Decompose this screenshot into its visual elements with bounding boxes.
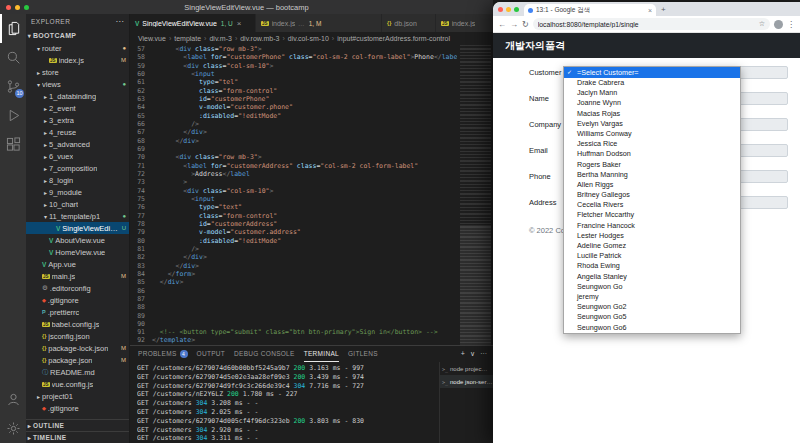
- code-line[interactable]: 84 </form>: [130, 270, 457, 278]
- breadcrumb-item[interactable]: View.vue: [138, 35, 166, 42]
- tree-item-7-composition[interactable]: ▸7_composition: [26, 162, 129, 174]
- code-line[interactable]: 87: [130, 295, 457, 303]
- code-line[interactable]: 83 </div>: [130, 262, 457, 270]
- code-line[interactable]: 86: [130, 287, 457, 295]
- dropdown-option[interactable]: Macias Rojas: [564, 109, 740, 119]
- code-line[interactable]: 91 <!-- <button type="submit" class="btn…: [130, 328, 457, 336]
- new-terminal-icon[interactable]: +: [461, 350, 465, 358]
- breadcrumb-item[interactable]: div.col-sm-10: [288, 35, 329, 42]
- code-line[interactable]: 82 </div>: [130, 253, 457, 261]
- dropdown-option[interactable]: Evelyn Vargas: [564, 119, 740, 129]
- dropdown-option[interactable]: Seungwon Go6: [564, 323, 740, 333]
- code-line[interactable]: 59 <div class="col-sm-10">: [130, 62, 457, 70]
- minimap[interactable]: [460, 45, 491, 345]
- tab-db-json[interactable]: {}db.json: [382, 14, 436, 32]
- dropdown-option[interactable]: Cecelia Rivers: [564, 200, 740, 210]
- code-line[interactable]: 62 class="form-control": [130, 87, 457, 95]
- tab-index-js[interactable]: JSindex.js: [436, 14, 493, 32]
- panel-tab-problems[interactable]: PROBLEMS4: [138, 346, 188, 362]
- tree-item-gitignore[interactable]: ◆.gitignore: [26, 294, 129, 306]
- dropdown-option[interactable]: Seungwon Go2: [564, 302, 740, 312]
- code-line[interactable]: 79 v-model="customer.address": [130, 228, 457, 236]
- tree-item-editorconfig[interactable]: ⚙.editorconfig: [26, 282, 129, 294]
- tree-item-9-module[interactable]: ▸9_module: [26, 186, 129, 198]
- close-window-button[interactable]: [6, 5, 11, 10]
- close-window-button[interactable]: [498, 7, 503, 12]
- dropdown-option[interactable]: Lester Hodges: [564, 231, 740, 241]
- dropdown-option[interactable]: Seungwon Go: [564, 282, 740, 292]
- tree-item-8-login[interactable]: ▸8_login: [26, 174, 129, 186]
- dropdown-option[interactable]: jeremy: [564, 292, 740, 302]
- settings-icon[interactable]: [0, 414, 26, 443]
- bookmark-star-icon[interactable]: ☆: [759, 20, 765, 28]
- code-line[interactable]: 67 </div>: [130, 128, 457, 136]
- breadcrumb-item[interactable]: input#customerAddress.form-control: [337, 35, 450, 42]
- tree-item-project01[interactable]: ▸project01: [26, 390, 129, 402]
- dropdown-option[interactable]: Seungwon Go5: [564, 312, 740, 322]
- code-line[interactable]: 72 >Address</label: [130, 170, 457, 178]
- tree-item-index-js[interactable]: JSindex.jsM: [26, 54, 129, 66]
- code-line[interactable]: 61 type="tel": [130, 78, 457, 86]
- run-debug-icon[interactable]: [0, 101, 26, 130]
- code-line[interactable]: 66 />: [130, 120, 457, 128]
- tree-item-package-lock-json[interactable]: {}package-lock.jsonM: [26, 342, 129, 354]
- zoom-window-button[interactable]: [514, 7, 519, 12]
- more-actions-icon[interactable]: ⋯: [480, 350, 487, 358]
- code-line[interactable]: 89: [130, 312, 457, 320]
- tree-item-gitignore[interactable]: ◆.gitignore: [26, 402, 129, 414]
- minimize-window-button[interactable]: [15, 5, 20, 10]
- dropdown-option[interactable]: Allen Riggs: [564, 180, 740, 190]
- workspace-section-header[interactable]: ▾ BOOTCAMP: [26, 29, 129, 42]
- tree-item-babel-config-js[interactable]: JSbabel.config.js: [26, 318, 129, 330]
- panel-tab-debug-console[interactable]: DEBUG CONSOLE: [234, 346, 295, 362]
- tree-item-store[interactable]: ▸store: [26, 66, 129, 78]
- browser-menu-icon[interactable]: ⋮: [787, 20, 795, 29]
- profile-avatar[interactable]: [774, 20, 783, 29]
- terminal-instance[interactable]: >_node projec…: [440, 362, 493, 375]
- zoom-window-button[interactable]: [24, 5, 29, 10]
- code-line[interactable]: 70 <div class="row mb-3">: [130, 153, 457, 161]
- dropdown-option[interactable]: Jaclyn Mann: [564, 88, 740, 98]
- tree-item-1-databinding[interactable]: ▸1_databinding: [26, 90, 129, 102]
- terminal-instance[interactable]: >_node json-ser…: [440, 375, 493, 388]
- address-bar[interactable]: localhost:8080/template/p1/single ☆: [533, 18, 770, 30]
- tree-item-main-js[interactable]: JSmain.jsM: [26, 270, 129, 282]
- tab-index-js[interactable]: JSindex.js…1, M: [256, 14, 382, 32]
- code-line[interactable]: 81 />: [130, 245, 457, 253]
- code-line[interactable]: 71 <label for="customerAddress" class="c…: [130, 162, 457, 170]
- code-line[interactable]: 57 <div class="row mb-3">: [130, 45, 457, 53]
- dropdown-option[interactable]: Rhoda Ewing: [564, 261, 740, 271]
- tree-item-views[interactable]: ▾views●: [26, 78, 129, 90]
- code-line[interactable]: 68 </div>: [130, 137, 457, 145]
- tree-item-package-json[interactable]: {}package.jsonM: [26, 354, 129, 366]
- breadcrumb-item[interactable]: div.row.mb-3: [240, 35, 279, 42]
- tree-item-readme-md[interactable]: ⓘREADME.md: [26, 366, 129, 378]
- tree-item-4-reuse[interactable]: ▸4_reuse: [26, 126, 129, 138]
- search-icon[interactable]: [0, 43, 26, 72]
- code-line[interactable]: 73 >: [130, 178, 457, 186]
- tree-item-homeview-vue[interactable]: VHomeView.vue: [26, 246, 129, 258]
- tree-item-3-extra[interactable]: ▸3_extra: [26, 114, 129, 126]
- code-line[interactable]: 80 :disabled="!editMode": [130, 237, 457, 245]
- dropdown-option[interactable]: Francine Hancock: [564, 221, 740, 231]
- code-line[interactable]: 78 id="customerAddress": [130, 220, 457, 228]
- close-icon[interactable]: ×: [237, 19, 242, 28]
- breadcrumb-item[interactable]: template: [174, 35, 201, 42]
- extensions-icon[interactable]: [0, 130, 26, 159]
- tree-item-singlevieweditview-vue[interactable]: VSingleViewEditView.vueU: [26, 222, 129, 234]
- tree-item-prettierrc[interactable]: P.prettierrc: [26, 306, 129, 318]
- code-line[interactable]: 76 type="text": [130, 203, 457, 211]
- code-editor[interactable]: 57 <div class="row mb-3">58 <label for="…: [130, 45, 493, 345]
- dropdown-option[interactable]: Fletcher Mccarthy: [564, 210, 740, 220]
- new-tab-button[interactable]: +: [661, 5, 666, 14]
- tree-item-jsconfig-json[interactable]: {}jsconfig.json: [26, 330, 129, 342]
- tree-item-10-chart[interactable]: ▸10_chart: [26, 198, 129, 210]
- dropdown-option[interactable]: Huffman Dodson: [564, 149, 740, 159]
- code-line[interactable]: 85 </div>: [130, 278, 457, 286]
- tree-item-router[interactable]: ▾router●: [26, 42, 129, 54]
- code-line[interactable]: 77 class="form-control": [130, 212, 457, 220]
- code-line[interactable]: 92</template>: [130, 336, 457, 344]
- tree-item-app-vue[interactable]: VApp.vue: [26, 258, 129, 270]
- code-line[interactable]: 75 <input: [130, 195, 457, 203]
- panel-tab-output[interactable]: OUTPUT: [197, 346, 226, 362]
